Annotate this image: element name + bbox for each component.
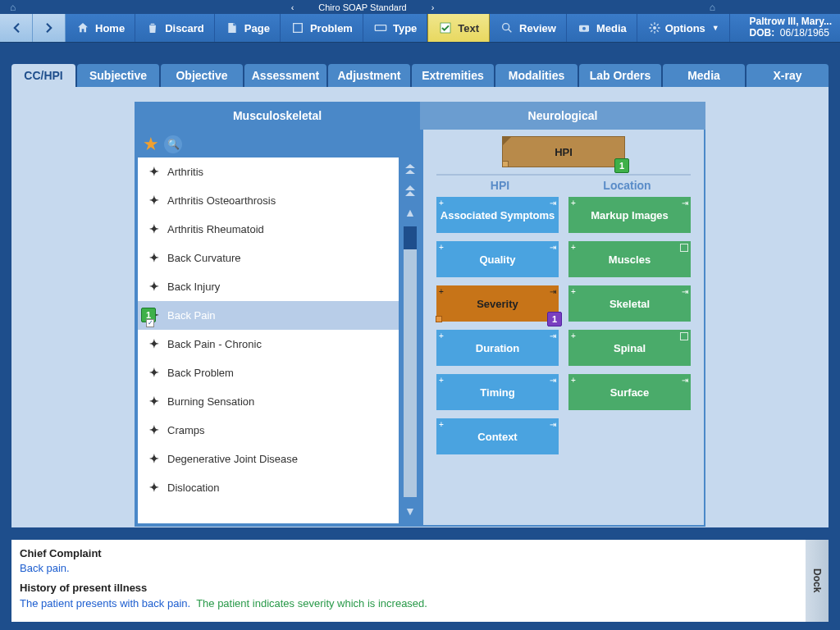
plus-icon: + (571, 243, 576, 252)
cc-text: Back pain. (20, 561, 797, 576)
item-label: Back Problem (167, 367, 234, 379)
list-item[interactable]: ✦Dislocation (138, 473, 399, 502)
type-button[interactable]: Type (363, 14, 427, 42)
hpi-panel: HPI 1 HPI Location +⇥Associated Symptoms… (423, 130, 704, 525)
list-item[interactable]: ✦Burning Sensation (138, 387, 399, 416)
arrow-icon: ⇥ (550, 420, 556, 429)
arrow-icon: ⇥ (550, 376, 556, 385)
item-label: Cramps (167, 424, 205, 436)
tile-associated-symptoms[interactable]: +⇥Associated Symptoms (436, 197, 559, 233)
plus-icon: ✦ (149, 452, 159, 465)
main-panel: Musculoskeletal Neurological ★ 🔍 ✦Arthri… (11, 87, 829, 527)
star-icon[interactable]: ★ (143, 134, 159, 155)
scroll-controls: ▲ ▼ (399, 158, 422, 523)
next-chevron[interactable]: › (423, 2, 443, 12)
nav-back[interactable] (0, 14, 33, 42)
list-item[interactable]: 1✓✦Back Pain (138, 301, 399, 330)
patient-info: Paltrow III, Mary... DOB: 06/18/1965 (742, 14, 840, 42)
home-icon (75, 21, 90, 35)
prev-chevron[interactable]: ‹ (283, 2, 303, 12)
tile-markup-images[interactable]: +⇥Markup Images (568, 197, 691, 233)
patient-name: Paltrow III, Mary... (750, 16, 832, 27)
tab-modalities[interactable]: Modalities (495, 64, 578, 87)
list-item[interactable]: ✦Back Problem (138, 358, 399, 387)
tab-subjective[interactable]: Subjective (77, 64, 159, 87)
home-button[interactable]: Home (66, 14, 135, 42)
keyboard-icon (373, 21, 388, 35)
tab-cc-hpi[interactable]: CC/HPI (11, 64, 75, 87)
plus-icon: ✦ (149, 194, 159, 207)
panel-tabs: Musculoskeletal Neurological (135, 102, 705, 130)
tab-adjustment[interactable]: Adjustment (328, 64, 410, 87)
tab-musculoskeletal[interactable]: Musculoskeletal (135, 102, 420, 130)
tile-label: Timing (480, 386, 514, 399)
tile-context[interactable]: +⇥Context (436, 418, 559, 454)
list-item[interactable]: ✦Arthritis (138, 158, 399, 186)
plus-icon: + (439, 287, 444, 296)
tile-label: Surface (610, 386, 650, 399)
tab-extremities[interactable]: Extremities (412, 64, 494, 87)
tile-quality[interactable]: +⇥Quality (436, 241, 559, 277)
tab-objective[interactable]: Objective (161, 64, 243, 87)
list-item[interactable]: ✦Cramps (138, 416, 399, 445)
options-button[interactable]: Options▼ (637, 14, 730, 42)
arrow-icon: ⇥ (550, 243, 556, 252)
tile-label: Duration (476, 342, 519, 354)
list-item[interactable]: ✦Back Injury (138, 272, 399, 301)
scroll-down-icon[interactable]: ▼ (401, 502, 419, 520)
list-item[interactable]: ✦Arthritis Osteoarthrosis (138, 186, 399, 215)
col-header-location: Location (564, 179, 691, 192)
problem-icon (290, 21, 305, 35)
tab-assessment[interactable]: Assessment (244, 64, 326, 87)
tile-skeletal[interactable]: +⇥Skeletal (568, 285, 691, 322)
tile-label: Severity (477, 298, 518, 310)
tile-duration[interactable]: +⇥Duration (436, 330, 559, 366)
item-label: Back Injury (167, 281, 220, 293)
page-icon (225, 21, 240, 35)
scroll-up-icon[interactable]: ▲ (401, 203, 419, 221)
item-label: Burning Sensation (167, 395, 254, 408)
hpi-banner[interactable]: HPI 1 (502, 136, 625, 167)
tile-spinal[interactable]: +Spinal (568, 330, 691, 366)
dock-button[interactable]: Dock (806, 540, 829, 622)
item-label: Back Pain - Chronic (167, 338, 262, 350)
item-label: Dislocation (167, 482, 220, 494)
problem-button[interactable]: Problem (281, 14, 363, 42)
tile-surface[interactable]: +⇥Surface (568, 374, 691, 410)
plus-icon: + (571, 287, 576, 296)
tile-severity[interactable]: +⇥Severity1 (436, 285, 559, 322)
nav-forward[interactable] (33, 14, 66, 42)
page-button[interactable]: Page (215, 14, 281, 42)
plus-icon: + (439, 376, 444, 385)
discard-button[interactable]: Discard (135, 14, 215, 42)
arrow-icon: ⇥ (682, 199, 688, 208)
list-item[interactable]: ✦Back Pain - Chronic (138, 330, 399, 358)
arrow-icon: ⇥ (550, 331, 556, 340)
tile-muscles[interactable]: +Muscles (568, 241, 691, 277)
home-icon-right[interactable]: ⌂ (710, 2, 715, 13)
review-button[interactable]: Review (490, 14, 567, 42)
tab-lab-orders[interactable]: Lab Orders (579, 64, 661, 87)
tab-x-ray[interactable]: X-ray (746, 64, 829, 87)
scrollbar[interactable] (404, 226, 417, 497)
hpi-text-1: The patient presents with back pain. (20, 597, 190, 609)
tile-timing[interactable]: +⇥Timing (436, 374, 559, 410)
scroll-top-icon[interactable] (401, 161, 419, 179)
tab-media[interactable]: Media (663, 64, 745, 87)
tab-neurological[interactable]: Neurological (420, 102, 705, 130)
text-button[interactable]: Text (427, 14, 490, 42)
media-button[interactable]: Media (567, 14, 637, 42)
list-item[interactable]: ✦Back Curvature (138, 244, 399, 272)
search-icon[interactable]: 🔍 (164, 135, 182, 153)
tile-label: Context (477, 431, 517, 443)
box-icon (680, 332, 688, 340)
scroll-page-up-icon[interactable] (401, 182, 419, 200)
toolbar: Home Discard Page Problem Type Text Revi… (0, 14, 840, 43)
item-label: Back Curvature (167, 252, 241, 264)
home-icon[interactable]: ⌂ (10, 2, 16, 13)
list-item[interactable]: ✦Arthritis Rheumatoid (138, 215, 399, 244)
main-tabs: CC/HPISubjectiveObjectiveAssessmentAdjus… (11, 64, 829, 87)
hpi-badge: 1 (614, 158, 629, 173)
list-item[interactable]: ✦Degenerative Joint Disease (138, 445, 399, 473)
plus-icon: + (439, 331, 444, 340)
